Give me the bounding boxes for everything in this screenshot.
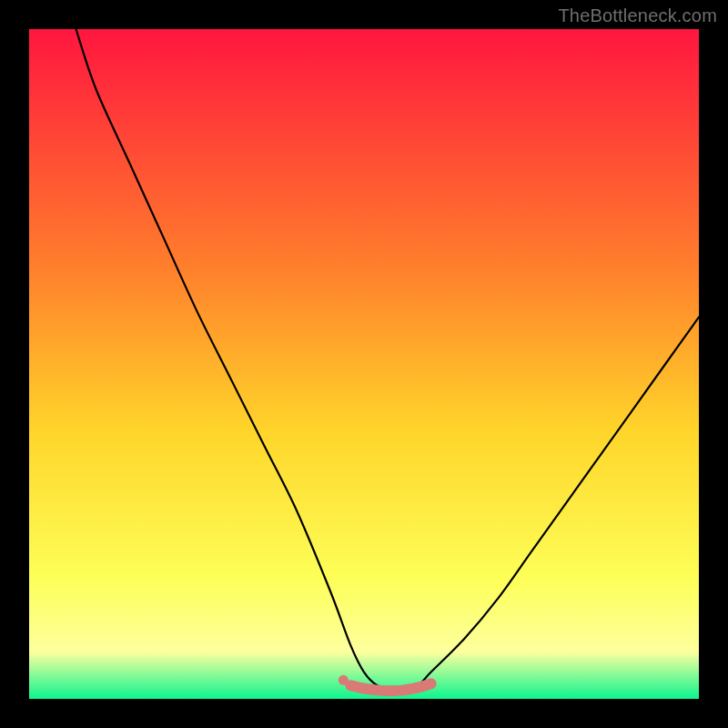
- chart-svg: [29, 29, 699, 699]
- minimum-dot: [339, 675, 349, 685]
- chart-frame: TheBottleneck.com: [0, 0, 728, 728]
- gradient-background: [29, 29, 699, 699]
- attribution-label: TheBottleneck.com: [558, 5, 717, 26]
- plot-area: [29, 29, 699, 699]
